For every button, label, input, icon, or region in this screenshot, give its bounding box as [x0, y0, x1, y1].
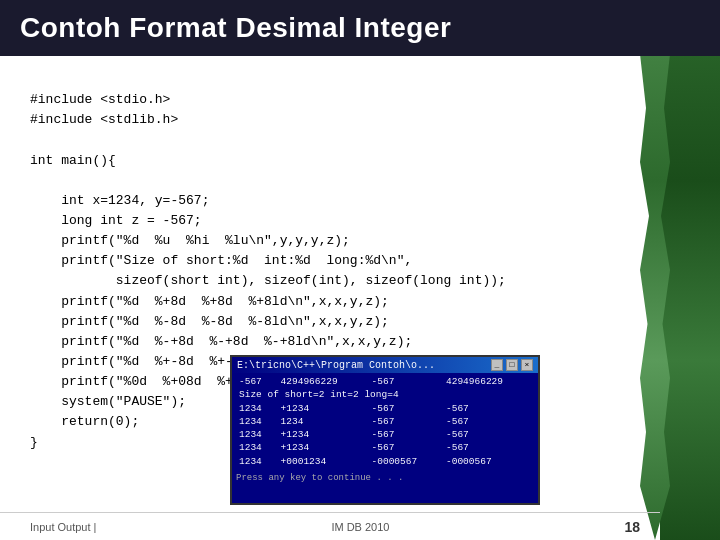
bottom-bar: Input Output | IM DB 2010 18 — [0, 512, 660, 540]
console-body: -567 4294966229 -567 4294966229 Size of … — [232, 373, 538, 487]
title-text: Contoh Format Desimal Integer — [20, 12, 451, 43]
code-line-body-3: printf("Size of short:%d int:%d long:%d\… — [30, 253, 412, 268]
code-line-body-5: printf("%d %+8d %+8d %+8ld\n",x,x,y,z); — [30, 294, 389, 309]
console-output-table: -567 4294966229 -567 4294966229 Size of … — [236, 375, 534, 468]
code-line-body-11: return(0); — [30, 414, 139, 429]
console-row-4: 1234 1234 -567 -567 — [236, 415, 534, 428]
slide-title: Contoh Format Desimal Integer — [0, 0, 720, 56]
console-row-2: Size of short=2 int=2 long=4 — [236, 388, 534, 401]
code-line-body-0: int x=1234, y=-567; — [30, 193, 209, 208]
console-titlebar: E:\tricno\C++\Program Contoh\o... _ □ × — [232, 357, 538, 373]
code-line-body-10: system("PAUSE"); — [30, 394, 186, 409]
code-line-body-4: sizeof(short int), sizeof(int), sizeof(l… — [30, 273, 506, 288]
code-line-body-2: printf("%d %u %hi %lu\n",y,y,y,z); — [30, 233, 350, 248]
console-row-3: 1234 +1234 -567 -567 — [236, 402, 534, 415]
code-line-1: #include <stdio.h> — [30, 92, 170, 107]
code-line-body-12: } — [30, 435, 38, 450]
code-line-body-6: printf("%d %-8d %-8d %-8ld\n",x,x,y,z); — [30, 314, 389, 329]
press-any-key-text: Press any key to continue . . . — [236, 472, 534, 485]
software-label: IM DB 2010 — [331, 521, 389, 533]
console-row-7: 1234 +0001234 -0000567 -0000567 — [236, 455, 534, 468]
code-line-body-7: printf("%d %-+8d %-+8d %-+8ld\n",x,x,y,z… — [30, 334, 412, 349]
console-row-1: -567 4294966229 -567 4294966229 — [236, 375, 534, 388]
input-output-label: Input Output | — [30, 521, 96, 533]
console-maximize-btn[interactable]: □ — [506, 359, 518, 371]
console-title-text: E:\tricno\C++\Program Contoh\o... — [237, 360, 435, 371]
code-main: int main(){ — [30, 153, 116, 168]
console-titlebar-buttons: _ □ × — [491, 359, 533, 371]
console-row-5: 1234 +1234 -567 -567 — [236, 428, 534, 441]
console-minimize-btn[interactable]: _ — [491, 359, 503, 371]
console-close-btn[interactable]: × — [521, 359, 533, 371]
console-row-6: 1234 +1234 -567 -567 — [236, 441, 534, 454]
page-number: 18 — [624, 519, 640, 535]
code-line-body-1: long int z = -567; — [30, 213, 202, 228]
console-window: E:\tricno\C++\Program Contoh\o... _ □ × … — [230, 355, 540, 505]
code-line-2: #include <stdlib.h> — [30, 112, 178, 127]
